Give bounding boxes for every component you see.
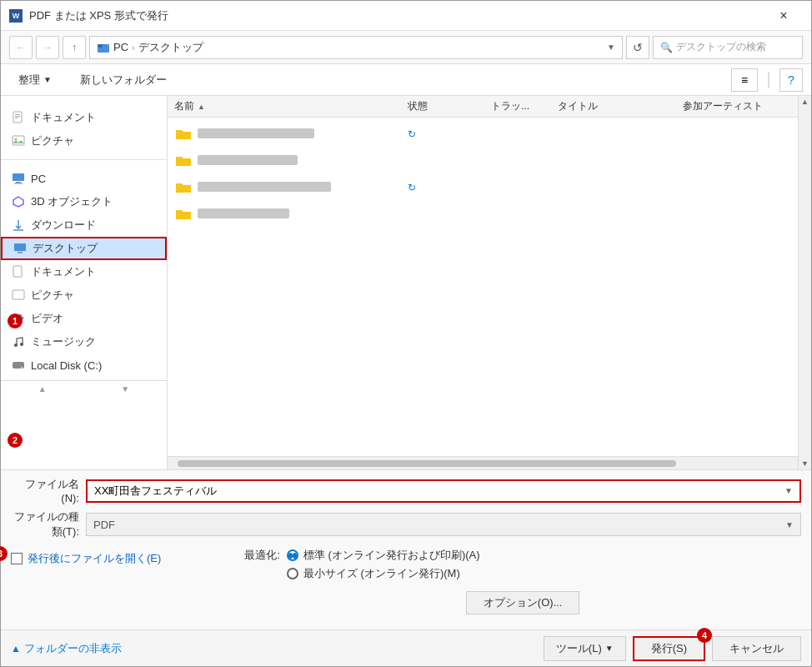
search-bar[interactable]: 🔍 デスクトップの検索 (653, 36, 803, 59)
horizontal-scrollbar[interactable] (168, 456, 798, 469)
publish-button[interactable]: 発行(S) (633, 636, 705, 661)
filename-label: ファイル名(N): (11, 477, 86, 504)
filename-value: XX町田舎フェスティバル (94, 484, 217, 499)
content-area: 名前 ▲ 状態 トラッ... タイトル 参加アーティスト (168, 96, 798, 469)
svg-point-20 (20, 343, 23, 346)
sidebar-item-downloads[interactable]: ダウンロード (1, 213, 167, 237)
footer: ▲ フォルダーの非表示 ツール(L) ▼ 4 発行(S) キャンセル (1, 629, 811, 666)
svg-rect-1 (98, 44, 103, 48)
filename-input[interactable]: XX町田舎フェスティバル ▼ (86, 479, 801, 503)
3d-icon (11, 194, 26, 209)
file-state: ↻ (408, 182, 491, 193)
sidebar-label-videos: ビデオ (31, 311, 63, 326)
sidebar-item-music[interactable]: ミュージック (1, 330, 167, 354)
svg-rect-15 (13, 266, 22, 277)
options-button[interactable]: オプション(O)... (466, 591, 580, 614)
sidebar-item-documents-quick[interactable]: ドキュメント (1, 106, 167, 129)
loading-spinner-icon: ↻ (408, 182, 416, 193)
filename-dropdown-icon[interactable]: ▼ (784, 486, 793, 495)
svg-point-22 (21, 367, 23, 369)
svg-rect-2 (13, 112, 22, 123)
file-state: ↻ (408, 128, 491, 140)
radio-small[interactable]: 最小サイズ (オンライン発行)(M) (287, 566, 480, 581)
open-after-publish[interactable]: 発行後にファイルを開く(E) (11, 551, 161, 566)
col-artist-header[interactable]: 参加アーティスト (683, 99, 763, 113)
refresh-button[interactable]: ↺ (626, 36, 649, 59)
close-button[interactable]: × (764, 1, 803, 31)
address-desktop: デスクトップ (138, 40, 203, 55)
main-area: ドキュメント ピクチャ PC (1, 96, 811, 469)
radio-standard[interactable]: 標準 (オンライン発行および印刷)(A) (287, 548, 480, 563)
filetype-row: ファイルの種類(T): PDF ▼ (11, 509, 801, 539)
help-button[interactable]: ? (779, 68, 803, 92)
svg-marker-11 (13, 197, 23, 207)
sidebar-label-downloads: ダウンロード (31, 218, 96, 233)
footer-right: ツール(L) ▼ 4 発行(S) キャンセル (544, 636, 801, 661)
svg-rect-4 (15, 116, 20, 117)
tools-button[interactable]: ツール(L) ▼ (544, 636, 626, 661)
hide-folders-label: フォルダーの非表示 (24, 641, 122, 656)
sidebar-item-localdisk[interactable]: Local Disk (C:) (1, 354, 167, 377)
sidebar-scroll-down[interactable]: ▼ (121, 384, 129, 394)
view-button[interactable]: ≡ (731, 68, 758, 92)
hide-folders-button[interactable]: ▲ フォルダーの非表示 (11, 641, 122, 656)
search-placeholder: デスクトップの検索 (676, 40, 766, 54)
folder-icon (174, 178, 193, 197)
sidebar-scroll-up[interactable]: ▲ (38, 384, 47, 394)
sidebar-label-3dobjects: 3D オブジェクト (31, 194, 113, 209)
up-button[interactable]: ↑ (63, 36, 86, 59)
col-track-header[interactable]: トラッ... (491, 99, 558, 113)
radio-standard-btn[interactable] (287, 549, 298, 561)
file-item[interactable]: ↻ (168, 174, 798, 201)
file-item[interactable]: ↻ (168, 121, 798, 148)
nav-bar: ← → ↑ PC › デスクトップ ▼ ↺ 🔍 デスクトップの検索 (1, 31, 811, 64)
organize-arrow-icon: ▼ (43, 75, 52, 84)
svg-rect-6 (13, 136, 24, 145)
vertical-scrollbar[interactable]: ▲ ▼ (798, 96, 811, 469)
organize-button[interactable]: 整理 ▼ (9, 68, 61, 92)
sidebar-item-pictures[interactable]: ピクチャ (1, 283, 167, 307)
document-icon (11, 110, 26, 125)
col-title-header[interactable]: タイトル (558, 99, 683, 113)
back-button[interactable]: ← (9, 36, 33, 59)
cancel-button[interactable]: キャンセル (712, 636, 801, 661)
sort-arrow-icon: ▲ (198, 103, 205, 111)
filetype-dropdown-icon[interactable]: ▼ (785, 520, 794, 529)
sidebar-item-videos[interactable]: ビデオ (1, 307, 167, 330)
pictures-icon-quick (11, 133, 26, 148)
sidebar-label-pictures-quick: ピクチャ (31, 133, 74, 148)
filetype-input[interactable]: PDF ▼ (86, 513, 801, 536)
sidebar-label-documents-quick: ドキュメント (31, 110, 96, 125)
sidebar-item-documents[interactable]: ドキュメント (1, 260, 167, 283)
sidebar-item-pc[interactable]: PC (1, 167, 167, 190)
svg-rect-8 (13, 173, 24, 181)
svg-point-19 (14, 344, 18, 347)
bottom-bar: ファイル名(N): XX町田舎フェスティバル ▼ ファイルの種類(T): PDF… (1, 469, 811, 629)
column-header: 名前 ▲ 状態 トラッ... タイトル 参加アーティスト (168, 96, 798, 118)
radio-standard-label: 標準 (オンライン発行および印刷)(A) (303, 548, 480, 563)
sidebar-label-music: ミュージック (31, 334, 96, 349)
sidebar-item-desktop[interactable]: デスクトップ (1, 237, 167, 260)
file-item[interactable] (168, 148, 798, 174)
folder-icon (174, 125, 193, 143)
toolbar: 整理 ▼ 新しいフォルダー ≡ ? (1, 64, 811, 96)
sidebar-item-3dobjects[interactable]: 3D オブジェクト (1, 190, 167, 213)
new-folder-button[interactable]: 新しいフォルダー (71, 68, 176, 92)
title-bar: W PDF または XPS 形式で発行 × (1, 1, 811, 31)
col-state-header[interactable]: 状態 (408, 99, 491, 113)
options-row: 3 発行後にファイルを開く(E) 最適化: 標準 (オ (11, 548, 801, 614)
filetype-value: PDF (93, 519, 115, 531)
chevron-up-icon: ▲ (11, 643, 21, 654)
file-name (198, 208, 408, 221)
sidebar-item-pictures-quick[interactable]: ピクチャ (1, 129, 167, 153)
optimize-section: 最適化: 標準 (オンライン発行および印刷)(A) 最小サイズ (オンライン発行… (244, 548, 801, 614)
file-item[interactable] (168, 201, 798, 228)
address-bar[interactable]: PC › デスクトップ ▼ (89, 36, 623, 59)
file-name (198, 155, 408, 168)
address-dropdown-button[interactable]: ▼ (607, 43, 615, 52)
sidebar-label-documents: ドキュメント (31, 264, 96, 279)
radio-small-btn[interactable] (287, 568, 298, 579)
col-name-header[interactable]: 名前 ▲ (174, 99, 408, 113)
forward-button[interactable]: → (36, 36, 59, 59)
open-after-checkbox[interactable] (11, 553, 23, 564)
